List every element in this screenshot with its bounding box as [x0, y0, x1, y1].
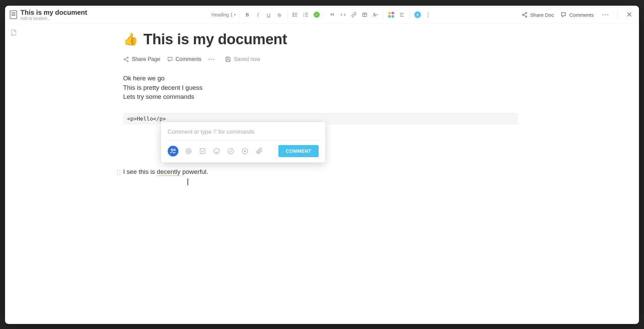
- para2-post: powerful.: [180, 168, 208, 175]
- document-icon: [10, 10, 17, 19]
- italic-button[interactable]: I: [254, 10, 262, 19]
- share-icon: [123, 56, 129, 62]
- dots-horizontal-icon: [602, 14, 608, 15]
- page-actions-row: Share Page Comments Saved now: [123, 56, 518, 62]
- toolbar-separator: [239, 11, 239, 18]
- toolbar-separator: [287, 11, 287, 18]
- body-line: Lets try some commands: [123, 92, 518, 102]
- popover-actions-row: COMMENT: [168, 140, 319, 157]
- page-comments-label: Comments: [176, 56, 202, 62]
- add-block-button[interactable]: +: [413, 10, 422, 19]
- svg-line-27: [125, 60, 127, 61]
- text-caret: [187, 179, 188, 185]
- table-button[interactable]: [360, 10, 369, 19]
- svg-text:3: 3: [303, 15, 304, 17]
- svg-point-2: [293, 14, 293, 15]
- comment-popover: COMMENT: [161, 122, 325, 162]
- add-location[interactable]: Add to location...: [20, 16, 87, 21]
- svg-point-29: [174, 149, 175, 151]
- chevron-down-icon: ▾: [234, 13, 236, 16]
- document-modal: This is my document Add to location... H…: [5, 6, 639, 324]
- svg-line-36: [230, 150, 232, 152]
- title-block: This is my document Add to location...: [20, 9, 87, 21]
- more-options-button[interactable]: [600, 10, 610, 20]
- heading-select[interactable]: Heading 1 ▾: [211, 10, 236, 19]
- svg-line-26: [125, 58, 127, 59]
- svg-point-34: [217, 150, 218, 151]
- body-line: This is pretty decent I guess: [123, 83, 518, 92]
- toolbar-separator: [383, 11, 383, 18]
- record-button[interactable]: [241, 147, 249, 155]
- save-status-label: Saved now: [234, 56, 260, 62]
- comment-icon: [560, 12, 567, 18]
- paperclip-icon: [255, 147, 263, 155]
- svg-point-28: [171, 149, 173, 151]
- comment-icon: [167, 56, 173, 62]
- submit-comment-button[interactable]: COMMENT: [278, 145, 319, 157]
- share-doc-button[interactable]: Share Doc: [522, 12, 554, 18]
- svg-point-4: [293, 16, 293, 16]
- document-heading-text: This is my document: [144, 31, 287, 48]
- task-button[interactable]: [199, 147, 207, 155]
- thumbs-up-icon[interactable]: 👍: [123, 32, 138, 46]
- toolbar-more-button[interactable]: [424, 10, 433, 19]
- link-button[interactable]: [350, 10, 358, 19]
- svg-line-22: [524, 15, 526, 16]
- emoji-button[interactable]: [213, 147, 221, 155]
- svg-line-21: [524, 13, 526, 15]
- slash-command-button[interactable]: [227, 147, 235, 155]
- doc-title[interactable]: This is my document: [20, 9, 87, 16]
- spellcheck-mark[interactable]: decently: [157, 168, 180, 176]
- slash-icon: [227, 147, 234, 155]
- comments-button[interactable]: Comments: [560, 12, 594, 18]
- record-icon: [241, 147, 249, 155]
- close-icon: ✕: [626, 10, 632, 19]
- underline-button[interactable]: U: [264, 10, 273, 19]
- format-toolbar: Heading 1 ▾ B I U S 123 ✓: [211, 10, 433, 19]
- page-comments-button[interactable]: Comments: [167, 56, 202, 62]
- body-text-block[interactable]: Ok here we go This is pretty decent I gu…: [123, 74, 518, 102]
- strikethrough-button[interactable]: S: [275, 10, 284, 19]
- toolbar-separator: [617, 10, 618, 19]
- svg-point-0: [293, 13, 293, 13]
- attach-button[interactable]: [255, 147, 263, 155]
- svg-point-32: [214, 148, 220, 154]
- check-circle-icon: ✓: [314, 12, 320, 18]
- document-heading[interactable]: 👍 This is my document: [123, 31, 518, 48]
- text-color-button[interactable]: A▾: [371, 10, 380, 19]
- numbered-list-button[interactable]: 123: [302, 10, 310, 19]
- document-content-area[interactable]: 👍 This is my document Share Page Comment…: [22, 24, 639, 324]
- drag-handle-icon[interactable]: [117, 170, 121, 176]
- bold-button[interactable]: B: [243, 10, 252, 19]
- svg-rect-31: [200, 149, 205, 154]
- popover-icons: [168, 146, 263, 156]
- highlight-colors-button[interactable]: [387, 10, 395, 19]
- save-icon: [225, 56, 231, 62]
- color-swatch-icon: [388, 12, 394, 18]
- share-icon: [522, 12, 528, 18]
- topbar-right: Share Doc Comments ✕: [522, 10, 634, 20]
- bullet-list-button[interactable]: [291, 10, 300, 19]
- mention-button[interactable]: [184, 147, 193, 155]
- code-button[interactable]: [339, 10, 347, 19]
- plus-circle-icon: +: [414, 11, 421, 18]
- assign-people-button[interactable]: [168, 146, 178, 156]
- close-button[interactable]: ✕: [624, 10, 634, 20]
- quote-button[interactable]: [328, 10, 337, 19]
- checklist-button[interactable]: ✓: [312, 10, 321, 19]
- share-page-button[interactable]: Share Page: [123, 56, 160, 62]
- document-body: 👍 This is my document Share Page Comment…: [5, 24, 639, 324]
- task-icon: [199, 147, 206, 155]
- comment-input[interactable]: [168, 127, 319, 140]
- page-more-button[interactable]: [208, 59, 214, 60]
- align-button[interactable]: [397, 10, 406, 19]
- left-gutter: [5, 24, 22, 324]
- paragraph-block[interactable]: I see this is decently powerful.: [123, 168, 518, 176]
- svg-point-33: [215, 150, 216, 151]
- comments-label: Comments: [569, 12, 594, 18]
- page-outline-button[interactable]: [10, 29, 17, 324]
- at-icon: [185, 147, 192, 155]
- svg-point-30: [187, 150, 190, 152]
- svg-point-38: [244, 150, 246, 152]
- toolbar-separator: [324, 11, 325, 18]
